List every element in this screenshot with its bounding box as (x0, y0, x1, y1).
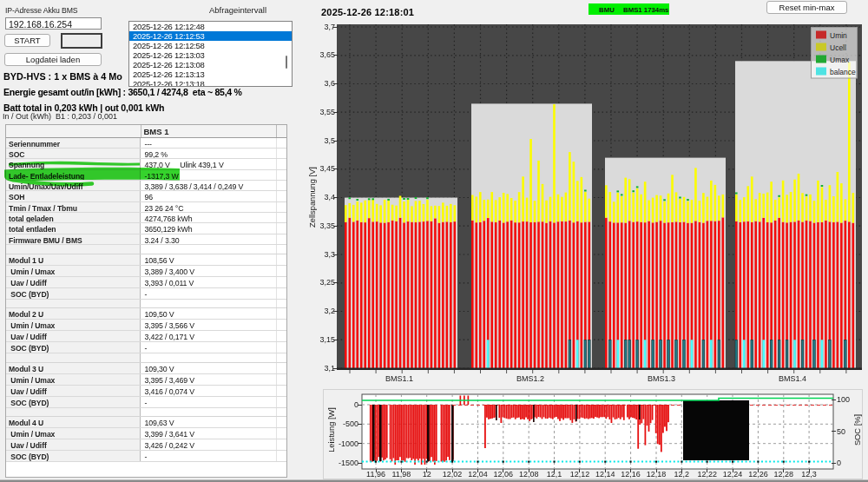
svg-text:Umax: Umax (830, 56, 850, 64)
svg-text:balance: balance (830, 68, 856, 76)
svg-text:Ucell: Ucell (830, 43, 846, 52)
svg-text:Umin: Umin (830, 31, 847, 40)
